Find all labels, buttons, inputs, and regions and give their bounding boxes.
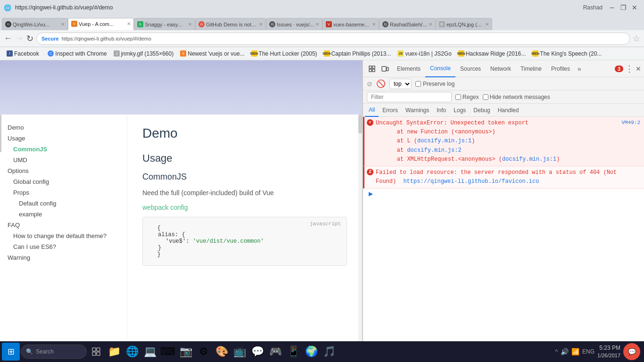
regex-checkbox[interactable] [455, 94, 461, 100]
error-link-docsify2[interactable]: docsify.min.js:2 [407, 147, 461, 154]
tab-snaggy[interactable]: S Snaggy - easy... ✕ [134, 18, 195, 30]
minimize-button[interactable]: – [606, 3, 618, 12]
tab-vuex[interactable]: V vuex-baseme... ✕ [322, 18, 379, 30]
devtools-tab-sources[interactable]: Sources [455, 60, 486, 77]
tab-qingwei[interactable]: G QingWei-Li/vu... ✕ [2, 18, 68, 30]
bookmark-inspect[interactable]: C Inspect with Chrome [45, 49, 109, 58]
sidebar-item-example[interactable]: example [0, 209, 127, 220]
taskbar-icon-file-explorer[interactable]: 📁 [106, 343, 123, 360]
console-expand-arrow[interactable]: ▶ [363, 189, 644, 199]
taskbar-icon-keyboard[interactable]: ⌨ [159, 343, 176, 360]
webpack-config-link[interactable]: webpack config [142, 204, 188, 211]
regex-label[interactable]: Regex [455, 94, 479, 100]
error-link-docsify1[interactable]: docsify.min.js:1 [417, 138, 471, 144]
taskbar-icon-app5[interactable]: 💬 [249, 343, 266, 360]
taskbar-search[interactable]: 🔍 Search [21, 345, 87, 359]
tab-vuep[interactable]: V Vuep - A com... ✕ [68, 18, 134, 30]
taskbar-icon-chrome[interactable]: 🌐 [124, 343, 140, 360]
sidebar-scrollbar[interactable] [0, 115, 1, 152]
star-button[interactable]: ☆ [633, 33, 640, 44]
tab-close-rashad[interactable]: ✕ [429, 22, 432, 27]
level-btn-errors[interactable]: Errors [379, 104, 402, 117]
hide-network-label[interactable]: Hide network messages [483, 94, 550, 100]
taskbar-icon-music[interactable]: 🎵 [321, 343, 338, 360]
sidebar-item-globalconfig[interactable]: Global config [0, 176, 127, 187]
tab-rashad[interactable]: G RashadSaleh/... ✕ [379, 18, 436, 30]
taskbar-icon-app7[interactable]: 📱 [285, 343, 302, 360]
devtools-tab-profiles[interactable]: Profiles [546, 60, 575, 77]
console-stop-button[interactable]: ⊘ [367, 80, 372, 88]
bookmark-facebook[interactable]: f Facebook [4, 49, 42, 58]
tab-epzlqn[interactable]: E epzLQN.jpg (1... ✕ [436, 18, 492, 30]
devtools-menu-button[interactable]: ⋮ [625, 65, 634, 73]
reload-button[interactable]: ↻ [26, 33, 33, 44]
taskbar-icon-vscode[interactable]: 💻 [141, 343, 158, 360]
level-btn-debug[interactable]: Debug [470, 104, 494, 117]
console-context-select[interactable]: top [389, 79, 412, 89]
sidebar-item-commonjs[interactable]: CommonJS [0, 144, 127, 155]
devtools-more-button[interactable]: » [575, 65, 584, 73]
page-scrollbar-thumb[interactable] [358, 115, 362, 133]
tab-close-vuep[interactable]: ✕ [127, 21, 131, 26]
sidebar-item-faq[interactable]: FAQ [0, 220, 127, 230]
level-btn-handled[interactable]: Handled [494, 104, 523, 117]
bookmark-hurt-locker[interactable]: IMDb The Hurt Locker (2005) [248, 49, 320, 58]
devtools-close-button[interactable]: ✕ [636, 65, 641, 73]
taskbar-clock[interactable]: 5:23 PM 1/26/2017 [597, 345, 620, 359]
devtools-tab-console[interactable]: Console [425, 60, 455, 77]
sidebar-item-warning[interactable]: Warning [0, 252, 127, 263]
taskbar-icon-app8[interactable]: 🌍 [303, 343, 320, 360]
back-button[interactable]: ← [4, 33, 12, 43]
console-filter-input[interactable] [367, 92, 452, 102]
sidebar-item-defaultconfig[interactable]: Default config [0, 198, 127, 209]
preserve-log-checkbox[interactable] [415, 81, 421, 87]
sidebar-item-props[interactable]: Props [0, 187, 127, 198]
tray-volume-icon[interactable]: 🔊 [561, 348, 569, 355]
level-btn-info[interactable]: Info [433, 104, 450, 117]
bookmark-vuejs[interactable]: S Newest 'vuejs or vue... [177, 49, 247, 58]
console-clear-button[interactable]: 🚫 [376, 79, 386, 88]
level-btn-all[interactable]: All [365, 104, 379, 117]
sidebar-item-options[interactable]: Options [0, 165, 127, 176]
error-link-docsify3[interactable]: docsify.min.js:1 [502, 156, 556, 163]
forward-button[interactable]: → [15, 33, 24, 43]
bookmark-hacksaw[interactable]: IMDb Hacksaw Ridge (2016... [455, 49, 528, 58]
taskbar-icon-app4[interactable]: 📺 [231, 343, 248, 360]
bookmark-jnmky[interactable]: J jnmky.gif (1355×660) [111, 49, 177, 58]
tray-expand-icon[interactable]: ^ [555, 348, 558, 355]
tab-demo[interactable]: G GitHub Demo is not s... ✕ [195, 18, 266, 30]
taskbar-icon-app1[interactable]: 📷 [177, 343, 194, 360]
hide-network-checkbox[interactable] [483, 94, 488, 100]
sidebar-item-howchange[interactable]: How to change the default theme? [0, 230, 127, 241]
devtools-device-button[interactable] [379, 63, 391, 75]
level-btn-warnings[interactable]: Warnings [402, 104, 433, 117]
taskbar-icon-app3[interactable]: 🎨 [213, 343, 230, 360]
devtools-tab-elements[interactable]: Elements [392, 60, 425, 77]
tab-close-snaggy[interactable]: ✕ [188, 22, 192, 27]
devtools-inspect-button[interactable] [366, 63, 378, 75]
tray-network-icon[interactable]: 📶 [571, 348, 579, 355]
devtools-tab-timeline[interactable]: Timeline [516, 60, 546, 77]
taskbar-icon-app2[interactable]: ⚙ [195, 343, 212, 360]
maximize-button[interactable]: ❐ [618, 4, 629, 11]
sidebar-item-umd[interactable]: UMD [0, 155, 127, 165]
preserve-log-label[interactable]: Preserve log [415, 81, 454, 87]
taskbar-icon-task-view[interactable] [88, 343, 105, 360]
tray-language[interactable]: ENG [582, 348, 594, 355]
error-ref-1[interactable]: VM49:2 [621, 119, 640, 127]
chat-notification-button[interactable]: 💬 [623, 343, 640, 360]
tab-close-qingwei[interactable]: ✕ [61, 22, 65, 27]
bookmark-vuex-i18n[interactable]: JS vuex-i18n | JS2Go [395, 49, 454, 58]
level-btn-logs[interactable]: Logs [450, 104, 470, 117]
sidebar-item-usage[interactable]: Usage [0, 133, 127, 144]
tab-close-issues[interactable]: ✕ [315, 22, 319, 27]
taskbar-icon-app6[interactable]: 🎮 [267, 343, 284, 360]
devtools-tab-network[interactable]: Network [486, 60, 516, 77]
address-field[interactable]: Secure https://qingwei-li.github.io/vuep… [36, 33, 630, 45]
sidebar-item-es6[interactable]: Can I use ES6? [0, 241, 127, 252]
tab-issues[interactable]: G Issues · vuejs/... ✕ [266, 18, 322, 30]
bookmark-captain[interactable]: IMDb Captain Phillips (2013... [321, 49, 394, 58]
tab-close-epzlqn[interactable]: ✕ [485, 22, 489, 27]
close-button[interactable]: ✕ [629, 4, 640, 11]
bookmark-kings-speech[interactable]: IMDb The King's Speech (20... [529, 49, 604, 58]
